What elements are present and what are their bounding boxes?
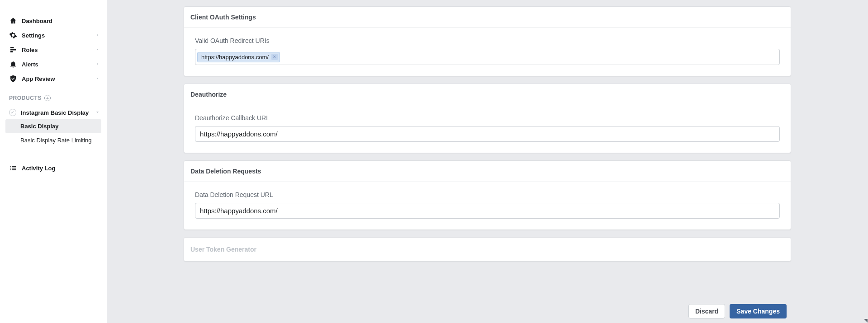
- deletion-url-input[interactable]: [195, 203, 780, 219]
- sub-basic-display[interactable]: Basic Display: [5, 119, 101, 133]
- chevron-down-icon: [95, 110, 100, 115]
- card-user-token-generator: User Token Generator: [184, 237, 791, 262]
- nav-settings[interactable]: Settings: [0, 28, 107, 42]
- redirect-uri-input[interactable]: https://happyaddons.com/ ×: [195, 49, 780, 65]
- deauth-callback-label: Deauthorize Callback URL: [195, 114, 780, 122]
- nav-app-review[interactable]: App Review: [0, 71, 107, 86]
- shield-check-icon: [9, 75, 17, 83]
- save-changes-button[interactable]: Save Changes: [730, 304, 787, 318]
- product-label: Instagram Basic Display: [21, 109, 95, 116]
- chip-remove-icon[interactable]: ×: [271, 54, 278, 60]
- nav-activity-log[interactable]: Activity Log: [0, 161, 107, 175]
- nav-label: App Review: [22, 75, 95, 82]
- footer-actions: Discard Save Changes: [688, 300, 787, 323]
- nav-alerts[interactable]: Alerts: [0, 57, 107, 71]
- add-product-icon[interactable]: +: [44, 95, 51, 101]
- nav-dashboard[interactable]: Dashboard: [0, 14, 107, 28]
- card-title: User Token Generator: [184, 238, 791, 261]
- products-header: PRODUCTS +: [0, 86, 107, 106]
- discard-button[interactable]: Discard: [688, 304, 725, 318]
- card-data-deletion: Data Deletion Requests Data Deletion Req…: [184, 160, 791, 230]
- nav-label: Activity Log: [22, 165, 100, 172]
- nav-label: Alerts: [22, 61, 95, 68]
- nav-label: Dashboard: [22, 18, 100, 24]
- chevron-right-icon: [95, 47, 100, 52]
- chevron-right-icon: [95, 33, 100, 38]
- bell-icon: [9, 60, 17, 68]
- list-icon: [9, 164, 17, 172]
- nav-label: Roles: [22, 47, 95, 53]
- sub-basic-display-rate-limiting[interactable]: Basic Display Rate Limiting: [0, 133, 107, 147]
- products-label: PRODUCTS: [9, 95, 42, 101]
- gear-icon: [9, 31, 17, 39]
- nav-roles[interactable]: Roles: [0, 42, 107, 57]
- chevron-right-icon: [95, 76, 100, 81]
- resize-handle-icon[interactable]: [864, 319, 868, 323]
- product-instagram-basic-display[interactable]: Instagram Basic Display: [0, 106, 107, 119]
- deauth-callback-input[interactable]: [195, 126, 780, 142]
- check-circle-icon: [9, 109, 16, 116]
- sub-label: Basic Display: [20, 123, 59, 130]
- home-icon: [9, 17, 17, 25]
- card-title: Deauthorize: [184, 84, 791, 105]
- redirect-uri-label: Valid OAuth Redirect URIs: [195, 37, 780, 44]
- chevron-right-icon: [95, 61, 100, 67]
- card-deauthorize: Deauthorize Deauthorize Callback URL: [184, 84, 791, 153]
- deletion-url-label: Data Deletion Request URL: [195, 191, 780, 198]
- sidebar: Dashboard Settings Roles Alerts: [0, 0, 107, 323]
- card-oauth-settings: Client OAuth Settings Valid OAuth Redire…: [184, 6, 791, 76]
- card-title: Client OAuth Settings: [184, 7, 791, 28]
- card-title: Data Deletion Requests: [184, 161, 791, 182]
- main-content: Client OAuth Settings Valid OAuth Redire…: [107, 0, 868, 323]
- sub-label: Basic Display Rate Limiting: [20, 137, 92, 144]
- chip-text: https://happyaddons.com/: [201, 54, 269, 61]
- uri-chip: https://happyaddons.com/ ×: [197, 52, 280, 62]
- roles-icon: [9, 46, 17, 54]
- nav-label: Settings: [22, 32, 95, 39]
